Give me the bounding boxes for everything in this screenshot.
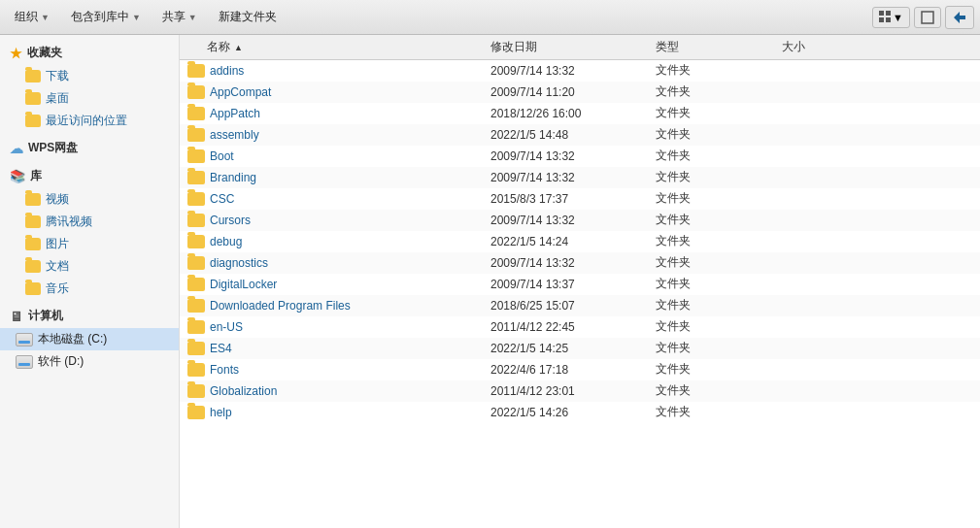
table-row[interactable]: Globalization 2011/4/12 23:01 文件夹 <box>180 380 980 402</box>
star-icon: ★ <box>10 46 22 61</box>
computer-header[interactable]: 🖥 计算机 <box>0 304 179 328</box>
folder-icon <box>187 214 205 227</box>
sidebar-item-music[interactable]: 音乐 <box>0 278 179 300</box>
file-type-cell: 文件夹 <box>656 382 782 399</box>
organize-button[interactable]: 组织 ▼ <box>6 5 58 29</box>
table-row[interactable]: debug 2022/1/5 14:24 文件夹 <box>180 231 980 252</box>
window-button[interactable] <box>914 7 941 28</box>
file-name: Downloaded Program Files <box>210 299 351 313</box>
sidebar: ★ 收藏夹 下载 桌面 最近访问的位置 ☁ WPS网盘 <box>0 35 180 528</box>
table-row[interactable]: ES4 2022/1/5 14:25 文件夹 <box>180 338 980 359</box>
table-row[interactable]: Cursors 2009/7/14 13:32 文件夹 <box>180 210 980 231</box>
sidebar-item-downloads[interactable]: 下载 <box>0 65 179 87</box>
file-name: Branding <box>210 171 256 184</box>
drive-d-icon <box>16 355 33 369</box>
sort-arrow-icon: ▲ <box>234 43 243 52</box>
column-type-label: 类型 <box>656 40 679 53</box>
folder-icon <box>25 260 41 273</box>
file-name: help <box>210 406 232 419</box>
table-row[interactable]: DigitalLocker 2009/7/14 13:37 文件夹 <box>180 274 980 295</box>
share-arrow-icon: ▼ <box>188 13 197 22</box>
file-date-cell: 2009/7/14 13:37 <box>490 278 656 291</box>
file-type-cell: 文件夹 <box>656 83 782 100</box>
file-name-cell: Fonts <box>180 363 490 377</box>
cloud-icon: ☁ <box>10 141 23 156</box>
file-date-cell: 2009/7/14 13:32 <box>490 64 656 78</box>
library-header[interactable]: 📚 库 <box>0 164 179 188</box>
folder-icon <box>187 278 205 291</box>
table-row[interactable]: addins 2009/7/14 13:32 文件夹 <box>180 60 980 82</box>
file-name: ES4 <box>210 342 232 355</box>
svg-rect-2 <box>879 17 884 22</box>
pictures-label: 图片 <box>46 236 69 252</box>
file-date-cell: 2022/1/5 14:26 <box>490 406 656 419</box>
sidebar-item-local-disk[interactable]: 本地磁盘 (C:) <box>0 328 179 350</box>
svg-rect-1 <box>886 11 891 16</box>
file-date-cell: 2009/7/14 13:32 <box>490 171 656 184</box>
library-icon: 📚 <box>10 169 25 183</box>
window-icon <box>921 11 934 24</box>
organize-arrow-icon: ▼ <box>41 13 50 22</box>
include-library-button[interactable]: 包含到库中 ▼ <box>62 5 150 29</box>
column-type[interactable]: 类型 <box>656 39 782 55</box>
file-name: DigitalLocker <box>210 278 277 291</box>
wps-header[interactable]: ☁ WPS网盘 <box>0 136 179 160</box>
file-name-cell: en-US <box>180 320 490 334</box>
table-row[interactable]: help 2022/1/5 14:26 文件夹 <box>180 402 980 423</box>
file-name-cell: Branding <box>180 171 490 184</box>
file-list: addins 2009/7/14 13:32 文件夹 AppCompat 200… <box>180 60 980 528</box>
sidebar-item-pictures[interactable]: 图片 <box>0 233 179 255</box>
new-folder-label: 新建文件夹 <box>219 9 277 25</box>
table-row[interactable]: Fonts 2022/4/6 17:18 文件夹 <box>180 359 980 380</box>
folder-icon <box>187 64 205 78</box>
file-name: Boot <box>210 149 234 163</box>
wps-label: WPS网盘 <box>28 140 78 156</box>
table-row[interactable]: diagnostics 2009/7/14 13:32 文件夹 <box>180 252 980 274</box>
file-type-cell: 文件夹 <box>656 254 782 271</box>
share-label: 共享 <box>162 9 186 25</box>
favorites-section: ★ 收藏夹 下载 桌面 最近访问的位置 <box>0 41 179 132</box>
folder-icon <box>25 193 41 206</box>
file-date-cell: 2022/1/5 14:25 <box>490 342 656 355</box>
sidebar-item-videos[interactable]: 视频 <box>0 188 179 211</box>
file-name-cell: AppCompat <box>180 85 490 99</box>
sidebar-item-recent[interactable]: 最近访问的位置 <box>0 110 179 132</box>
column-date[interactable]: 修改日期 <box>490 39 656 55</box>
sidebar-item-documents[interactable]: 文档 <box>0 255 179 278</box>
music-label: 音乐 <box>46 280 69 297</box>
folder-icon <box>187 299 205 313</box>
file-type-cell: 文件夹 <box>656 190 782 207</box>
sidebar-item-soft-disk[interactable]: 软件 (D:) <box>0 350 179 373</box>
folder-icon <box>187 192 205 206</box>
desktop-label: 桌面 <box>46 90 69 107</box>
table-row[interactable]: CSC 2015/8/3 17:37 文件夹 <box>180 188 980 210</box>
table-row[interactable]: Boot 2009/7/14 13:32 文件夹 <box>180 146 980 167</box>
favorites-header[interactable]: ★ 收藏夹 <box>0 41 179 65</box>
column-size[interactable]: 大小 <box>782 39 879 55</box>
videos-label: 视频 <box>46 191 69 208</box>
file-name-cell: debug <box>180 235 490 248</box>
table-row[interactable]: en-US 2011/4/12 22:45 文件夹 <box>180 316 980 338</box>
toolbar-right: ▼ <box>872 6 974 29</box>
table-row[interactable]: AppCompat 2009/7/14 11:20 文件夹 <box>180 82 980 103</box>
file-name-cell: diagnostics <box>180 256 490 270</box>
folder-icon <box>187 363 205 377</box>
share-button[interactable]: 共享 ▼ <box>153 5 206 29</box>
new-folder-button[interactable]: 新建文件夹 <box>210 5 286 29</box>
view-toggle-button[interactable]: ▼ <box>872 7 910 28</box>
table-row[interactable]: assembly 2022/1/5 14:48 文件夹 <box>180 124 980 146</box>
table-row[interactable]: Downloaded Program Files 2018/6/25 15:07… <box>180 295 980 316</box>
table-row[interactable]: AppPatch 2018/12/26 16:00 文件夹 <box>180 103 980 124</box>
table-row[interactable]: Branding 2009/7/14 13:32 文件夹 <box>180 167 980 188</box>
sidebar-item-tencent-video[interactable]: 腾讯视频 <box>0 211 179 233</box>
back-button[interactable] <box>945 6 974 29</box>
file-type-cell: 文件夹 <box>656 126 782 143</box>
sidebar-item-desktop[interactable]: 桌面 <box>0 87 179 110</box>
include-library-label: 包含到库中 <box>71 9 129 25</box>
file-date-cell: 2018/6/25 15:07 <box>490 299 656 313</box>
file-name: CSC <box>210 192 234 206</box>
file-type-cell: 文件夹 <box>656 62 782 79</box>
folder-icon <box>187 171 205 184</box>
column-name[interactable]: 名称 ▲ <box>180 39 490 55</box>
file-name: assembly <box>210 128 259 142</box>
